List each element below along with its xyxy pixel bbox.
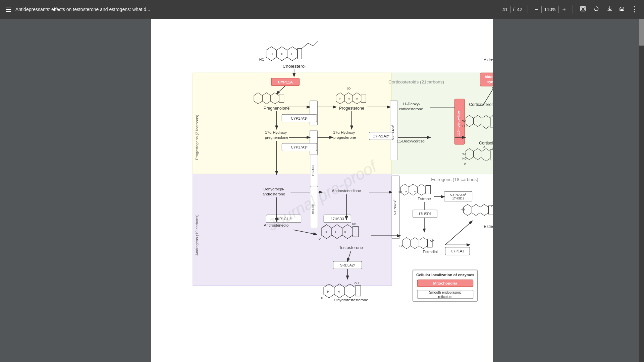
svg-text:OH: OH <box>355 282 359 285</box>
legend-title: Cellular localization of enzymes <box>416 273 474 277</box>
svg-text:H: H <box>414 190 416 193</box>
svg-text:HO: HO <box>462 119 466 122</box>
svg-text:OH: OH <box>492 114 493 117</box>
svg-marker-77 <box>411 238 419 249</box>
cholesterol-structure: HO H H H <box>259 42 318 61</box>
svg-text:H: H <box>281 53 283 56</box>
svg-text:OH: OH <box>352 222 356 226</box>
aldosterone-synthase-label2: synthase <box>487 80 493 84</box>
estriol-text: Estriol <box>484 224 493 229</box>
corticosteroids-label: Corticosteroids (21carbons) <box>388 79 444 84</box>
cyp3a45-label1: CYP3A4,5¹ <box>450 193 466 196</box>
rotate-button[interactable] <box>592 4 601 15</box>
zoom-value[interactable]: 110% <box>541 6 559 13</box>
androstenedione-text: Androstenedione <box>332 189 361 193</box>
svg-text:HO: HO <box>399 245 404 248</box>
svg-marker-62 <box>409 184 417 195</box>
scrollbar[interactable] <box>639 19 644 362</box>
svg-marker-78 <box>419 238 427 249</box>
svg-text:O: O <box>464 163 467 166</box>
pdf-page: Journal pre-proof Progestogens (21carbon… <box>151 19 493 362</box>
17hsd3-label: 17HSD3 <box>331 217 344 221</box>
corticosterone-text: Corticosterone <box>469 102 493 107</box>
svg-text:HO: HO <box>461 208 465 211</box>
svg-text:O: O <box>348 87 351 90</box>
estrogens-label: Estrogens (18 carbons) <box>431 177 478 182</box>
svg-rect-0 <box>581 6 585 11</box>
zoom-in-button[interactable]: + <box>561 5 567 14</box>
total-pages: 42 <box>517 7 522 12</box>
estriol-structure: HO OH <box>461 204 493 216</box>
cyp3a45-label2: 17HSD1 <box>452 197 464 200</box>
estradiol-structure: HO OH <box>399 238 434 249</box>
svg-rect-3 <box>621 9 623 11</box>
svg-marker-102 <box>345 284 355 298</box>
page-separator: / <box>513 7 515 12</box>
deoxycorticosterone-text2: corticosterone <box>399 107 423 111</box>
svg-rect-64 <box>426 186 431 194</box>
svg-line-8 <box>302 43 308 49</box>
svg-text:H: H <box>271 53 273 56</box>
menu-icon[interactable]: ☰ <box>5 5 11 13</box>
svg-text:HO: HO <box>462 157 467 160</box>
svg-line-82 <box>445 221 472 245</box>
cyp1a1-label: CYP1A1 <box>451 249 464 253</box>
progestogens-region <box>193 73 392 174</box>
svg-text:OH: OH <box>491 204 493 208</box>
svg-rect-103 <box>355 286 361 296</box>
svg-text:O: O <box>319 237 321 240</box>
cholesterol-text: Cholesterol <box>283 64 306 69</box>
svg-text:H: H <box>344 231 346 234</box>
androstenediol-text: Androstenediol <box>264 223 289 227</box>
akr1c12-label: AKR1C1,2² <box>275 217 292 221</box>
svg-marker-7 <box>298 48 302 59</box>
print-button[interactable] <box>617 4 627 15</box>
estradiol-text: Estradiol <box>423 250 438 254</box>
hprogesterone-text: 17α-Hydroxy- <box>333 130 356 134</box>
legend-mitochondria-label: Mitochondria <box>433 281 457 285</box>
svg-line-10 <box>313 42 318 46</box>
fit-page-button[interactable] <box>578 4 588 15</box>
svg-text:OH: OH <box>430 239 434 242</box>
deoxycortisol-text: 11-Deoxycortisol <box>397 139 425 143</box>
svg-marker-71 <box>480 204 488 216</box>
progestogens-label: Progestogens (21carbons) <box>195 115 199 160</box>
legend-ser-label2: reticulum <box>438 295 452 299</box>
current-page[interactable]: 41 <box>500 6 511 13</box>
svg-text:HO: HO <box>462 124 467 128</box>
cyp21a2-label-2: CYP21A2⁶ <box>373 134 389 138</box>
deoxycorticosterone-text1: 11-Deoxy- <box>402 102 420 106</box>
svg-line-9 <box>308 43 313 46</box>
toolbar: ☰ Antidepressants' effects on testostero… <box>0 0 644 19</box>
17hsd1-label: 17HSD1 <box>418 212 431 216</box>
androgens-label: Androgens (19 carbons) <box>195 215 199 256</box>
svg-text:HO: HO <box>259 58 265 61</box>
svg-text:HO: HO <box>462 152 466 156</box>
estrone-text: Estrone <box>418 197 431 201</box>
cortisol-text: Cortisol <box>479 141 493 145</box>
scrollbar-thumb[interactable] <box>639 19 644 46</box>
corticosteroids-region <box>392 73 493 174</box>
download-button[interactable] <box>605 4 614 15</box>
divider-2 <box>573 5 573 13</box>
hprogesterone-text2: progesterone <box>333 135 356 139</box>
cyp11a-label: CYP11A <box>278 80 293 84</box>
divider-1 <box>528 5 528 13</box>
hpregnenolone-text2: pregnenolone <box>265 135 288 139</box>
svg-marker-70 <box>472 204 480 216</box>
svg-text:O: O <box>321 296 323 300</box>
svg-text:O: O <box>483 145 485 148</box>
svg-text:HO: HO <box>398 190 402 194</box>
svg-text:H: H <box>327 290 329 293</box>
hpregnenolone-text: 17α-Hydroxy- <box>265 130 288 134</box>
aldosterone-synthase-label1: Aldosterone <box>485 75 493 79</box>
testosterone-text: Testosterone <box>339 245 363 250</box>
pregnenolone-text: Pregnenolone <box>264 106 290 111</box>
svg-text:H: H <box>338 290 340 293</box>
legend-ser-label1: Smooth endoplasmic <box>429 291 462 294</box>
svg-text:H: H <box>339 97 341 100</box>
svg-text:H: H <box>335 231 337 234</box>
zoom-out-button[interactable]: − <box>533 5 540 14</box>
more-button[interactable]: ⋮ <box>629 4 639 15</box>
svg-marker-63 <box>417 184 426 195</box>
